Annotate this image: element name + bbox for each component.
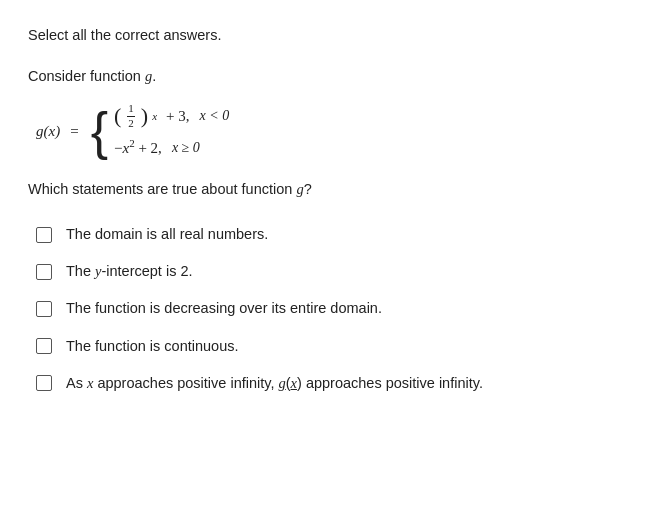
- neg-x-squared: −x2 + 2,: [114, 136, 162, 160]
- option-3-text: The function is decreasing over its enti…: [66, 297, 382, 320]
- options-list: The domain is all real numbers. The y-in…: [36, 223, 633, 395]
- right-paren-1: ): [141, 105, 148, 127]
- checkbox-4[interactable]: [36, 338, 52, 354]
- left-brace-icon: {: [91, 105, 108, 157]
- function-display: g(x) = { ( 1 2 )x + 3, x < 0: [36, 102, 633, 159]
- piecewise-cases: ( 1 2 )x + 3, x < 0 −x2 + 2, x: [114, 102, 229, 159]
- checkbox-5[interactable]: [36, 375, 52, 391]
- case-row-1: ( 1 2 )x + 3, x < 0: [114, 102, 229, 129]
- checkbox-3[interactable]: [36, 301, 52, 317]
- checkbox-1[interactable]: [36, 227, 52, 243]
- exponent-2: 2: [129, 137, 135, 149]
- frac-half: 1 2: [127, 102, 135, 129]
- option-4-text: The function is continuous.: [66, 335, 239, 358]
- option-4[interactable]: The function is continuous.: [36, 335, 633, 358]
- instruction-text: Select all the correct answers.: [28, 24, 633, 47]
- option-1[interactable]: The domain is all real numbers.: [36, 223, 633, 246]
- case-expr-1: ( 1 2 )x + 3,: [114, 102, 190, 129]
- which-text: Which statements are true about function…: [28, 178, 633, 201]
- option-3[interactable]: The function is decreasing over its enti…: [36, 297, 633, 320]
- option-5[interactable]: As x approaches positive infinity, g(x) …: [36, 372, 633, 395]
- checkbox-2[interactable]: [36, 264, 52, 280]
- left-paren-1: (: [114, 105, 121, 127]
- option-2-text: The y-intercept is 2.: [66, 260, 193, 283]
- option-2[interactable]: The y-intercept is 2.: [36, 260, 633, 283]
- option-5-text: As x approaches positive infinity, g(x) …: [66, 372, 483, 395]
- condition-2: x ≥ 0: [172, 137, 200, 159]
- piecewise-brace: { ( 1 2 )x + 3, x < 0: [91, 102, 230, 159]
- option-1-text: The domain is all real numbers.: [66, 223, 268, 246]
- equals-sign: =: [70, 119, 78, 143]
- condition-1: x < 0: [200, 105, 230, 127]
- fraction-1: 1 2: [125, 102, 137, 129]
- function-label: g(x): [36, 119, 60, 143]
- case-row-2: −x2 + 2, x ≥ 0: [114, 136, 229, 160]
- case-expr-2: −x2 + 2,: [114, 136, 162, 160]
- consider-text: Consider function g.: [28, 65, 633, 88]
